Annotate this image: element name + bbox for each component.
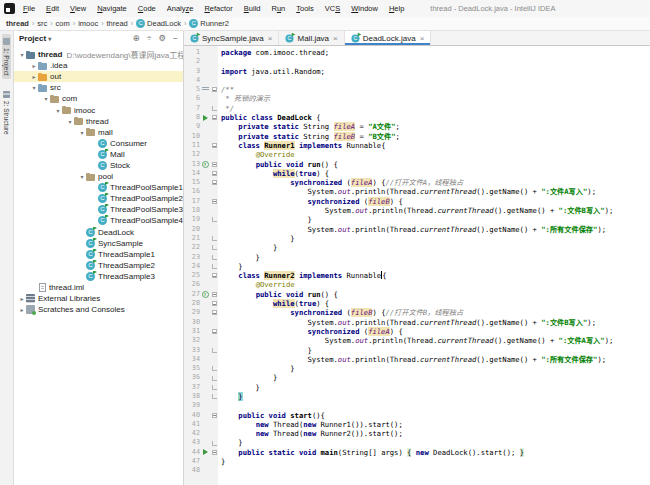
- tree-item-scratches-and-consoles[interactable]: ▸Scratches and Consoles: [14, 304, 183, 315]
- menu-help[interactable]: Help: [389, 4, 404, 13]
- fold-marker[interactable]: [210, 394, 218, 399]
- code-line-text[interactable]: public void start(){: [218, 411, 325, 420]
- tree-item-thread[interactable]: ▾threadD:\wodewendang\慕课网java工程师\源码: [14, 49, 183, 60]
- code-line-text[interactable]: public void run() {: [218, 290, 338, 299]
- code-line-text[interactable]: * 死锁的演示: [218, 94, 270, 103]
- fold-marker[interactable]: [210, 199, 218, 204]
- code-line-text[interactable]: }: [218, 373, 277, 382]
- fold-marker[interactable]: [210, 264, 218, 269]
- code-line-text[interactable]: private static String fileB = "B文件";: [218, 132, 400, 141]
- fold-marker[interactable]: [210, 236, 218, 241]
- fold-marker[interactable]: [210, 273, 218, 278]
- fold-marker[interactable]: [210, 385, 218, 390]
- tree-item-threadpoolsample1[interactable]: ThreadPoolSample1: [14, 182, 183, 193]
- tool-window-button-structure[interactable]: 2: Structure: [2, 87, 11, 139]
- code-line-text[interactable]: [218, 401, 221, 410]
- code-line-text[interactable]: public static void main(String[] args) {…: [218, 448, 524, 457]
- fold-marker[interactable]: [210, 171, 218, 176]
- override-gutter-icon[interactable]: ↑: [200, 161, 210, 168]
- menu-edit[interactable]: Edit: [46, 4, 59, 13]
- tool-window-button-project[interactable]: 1: Project: [2, 34, 11, 79]
- menu-file[interactable]: File: [23, 4, 35, 13]
- code-line-text[interactable]: synchronized (fileB) {//打开文件B，线程独占: [218, 308, 463, 317]
- code-line-text[interactable]: }: [218, 346, 312, 355]
- code-line-text[interactable]: }: [218, 392, 243, 401]
- code-line-text[interactable]: package com.imooc.thread;: [218, 48, 329, 57]
- menu-run[interactable]: Run: [271, 4, 285, 13]
- tree-item-thread[interactable]: ▾thread: [14, 116, 183, 127]
- code-line-text[interactable]: }: [218, 234, 295, 243]
- tree-item-pool[interactable]: ▾pool: [14, 171, 183, 182]
- tree-item-consumer[interactable]: Consumer: [14, 138, 183, 149]
- code-line-text[interactable]: while(true) {: [218, 169, 329, 178]
- tree-item-thread-iml[interactable]: thread.iml: [14, 282, 183, 293]
- code-line-text[interactable]: [218, 466, 221, 475]
- code-line-text[interactable]: public void run() {: [218, 160, 338, 169]
- code-line-text[interactable]: class Runner1 implements Runnable{: [218, 141, 385, 150]
- fold-marker[interactable]: [210, 143, 218, 148]
- code-line-text[interactable]: public class DeadLock {: [218, 113, 321, 122]
- breadcrumb-item-thread[interactable]: thread: [6, 19, 29, 28]
- tree-item-external-libraries[interactable]: ▸External Libraries: [14, 293, 183, 304]
- editor-tab-syncsample-java[interactable]: SyncSample.java×: [184, 31, 279, 45]
- fold-marker[interactable]: [210, 301, 218, 306]
- code-line-text[interactable]: new Thread(new Runner1()).start();: [218, 420, 403, 429]
- tree-item-mall[interactable]: Mall: [14, 149, 183, 160]
- settings-icon[interactable]: ⚙: [158, 34, 166, 43]
- fold-marker[interactable]: [210, 329, 218, 334]
- close-icon[interactable]: ×: [268, 34, 273, 43]
- tree-item-threadsample2[interactable]: ThreadSample2: [14, 260, 183, 271]
- fold-marker[interactable]: [210, 441, 218, 446]
- fold-marker[interactable]: [210, 255, 218, 260]
- code-line-text[interactable]: System.out.println(Thread.currentThread(…: [218, 206, 613, 215]
- code-line-text[interactable]: System.out.println(Thread.currentThread(…: [218, 187, 596, 196]
- fold-marker[interactable]: [210, 310, 218, 315]
- code-line-text[interactable]: }: [218, 253, 260, 262]
- code-line-text[interactable]: }: [218, 364, 295, 373]
- tree-item-threadpoolsample3[interactable]: ThreadPoolSample3: [14, 204, 183, 215]
- code-line-text[interactable]: System.out.println(Thread.currentThread(…: [218, 336, 613, 345]
- code-line-text[interactable]: private static String fileA = "A文件";: [218, 122, 400, 131]
- menu-code[interactable]: Code: [138, 4, 156, 13]
- breadcrumb-item-deadlock[interactable]: DeadLock: [136, 19, 181, 28]
- code-line-text[interactable]: /**: [218, 85, 234, 94]
- code-line-text[interactable]: synchronized (fileA) {//打开文件A，线程独占: [218, 178, 463, 187]
- fold-marker[interactable]: [210, 366, 218, 371]
- fold-marker[interactable]: [210, 413, 218, 418]
- tree-item-com[interactable]: ▾com: [14, 93, 183, 104]
- menu-vcs[interactable]: VCS: [325, 4, 340, 13]
- code-line-text[interactable]: import java.util.Random;: [218, 67, 325, 76]
- fold-marker[interactable]: [210, 87, 218, 92]
- code-line-text[interactable]: @Override: [218, 280, 295, 289]
- fold-marker[interactable]: [210, 348, 218, 353]
- code-line-text[interactable]: }: [218, 383, 260, 392]
- breadcrumb-item-imooc[interactable]: imooc: [78, 19, 98, 28]
- code-line-text[interactable]: System.out.println(Thread.currentThread(…: [218, 355, 606, 364]
- menu-navigate[interactable]: Navigate: [97, 4, 127, 13]
- fold-marker[interactable]: [210, 180, 218, 185]
- code-line-text[interactable]: }: [218, 457, 225, 466]
- tree-item-imooc[interactable]: ▾imooc: [14, 104, 183, 115]
- breadcrumb-item-runner2[interactable]: Runner2: [189, 19, 229, 28]
- code-line-text[interactable]: while(true) {: [218, 299, 329, 308]
- breadcrumb-item-src[interactable]: src: [37, 19, 47, 28]
- close-icon[interactable]: ×: [333, 34, 338, 43]
- fold-marker[interactable]: [210, 245, 218, 250]
- close-icon[interactable]: ×: [420, 34, 425, 43]
- run-gutter-icon[interactable]: [200, 115, 210, 121]
- tree-item-threadsample3[interactable]: ThreadSample3: [14, 271, 183, 282]
- menu-window[interactable]: Window: [351, 4, 378, 13]
- menu-build[interactable]: Build: [244, 4, 261, 13]
- tree-item--idea[interactable]: ▸.idea: [14, 60, 183, 71]
- code-line-text[interactable]: [218, 57, 221, 66]
- fold-marker[interactable]: [210, 450, 218, 455]
- tree-item-threadsample1[interactable]: ThreadSample1: [14, 249, 183, 260]
- code-line-text[interactable]: }: [218, 215, 312, 224]
- override-gutter-icon[interactable]: ↑: [200, 291, 210, 298]
- code-line-text[interactable]: }: [218, 262, 243, 271]
- tree-item-out[interactable]: ▸out: [14, 71, 183, 82]
- tree-item-src[interactable]: ▾src: [14, 82, 183, 93]
- run-gutter-icon[interactable]: [200, 449, 210, 455]
- code-line-text[interactable]: }: [218, 243, 277, 252]
- menu-analyze[interactable]: Analyze: [167, 4, 194, 13]
